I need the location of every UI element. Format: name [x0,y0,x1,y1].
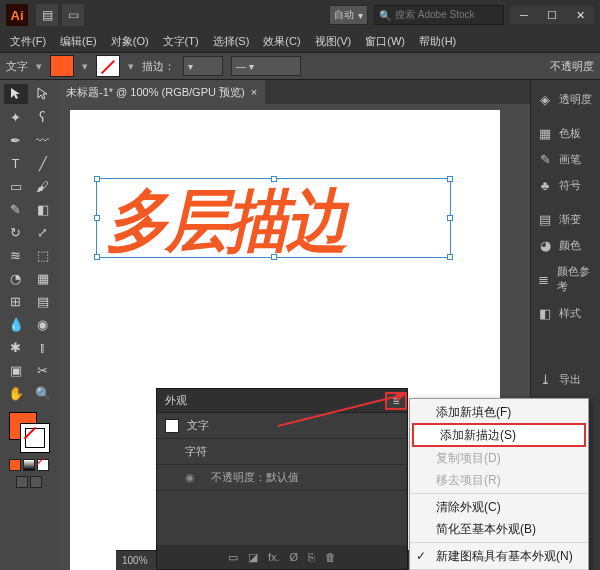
opacity-label: 不透明度 [550,59,594,74]
close-button[interactable]: ✕ [566,6,594,24]
stroke-profile[interactable]: — ▾ [231,56,301,76]
color-mode-swatches[interactable] [9,459,49,471]
panel-styles[interactable]: ◧样式 [531,300,600,326]
add-fill-icon[interactable]: ◪ [248,551,258,564]
hand-tool[interactable]: ✋ [4,383,28,403]
lasso-tool[interactable]: ʕ [31,107,55,127]
zoom-level[interactable]: 100% [122,555,148,566]
add-effect-icon[interactable]: fx. [268,551,280,563]
panel-transparency[interactable]: ◈透明度 [531,86,600,112]
stroke-weight[interactable]: ▾ [183,56,223,76]
fill-swatch[interactable] [50,55,74,77]
symbol-sprayer-tool[interactable]: ✱ [4,337,28,357]
rotate-tool[interactable]: ↻ [4,222,28,242]
screen-mode[interactable] [16,476,42,488]
menu-effect[interactable]: 效果(C) [257,31,306,52]
rectangle-tool[interactable]: ▭ [4,176,28,196]
color-icon: ◕ [537,237,553,253]
eyedropper-tool[interactable]: 💧 [4,314,28,334]
menu-add-stroke[interactable]: 添加新描边(S) [412,423,586,447]
eraser-tool[interactable]: ◧ [31,199,55,219]
minimize-button[interactable]: ─ [510,6,538,24]
menu-clear-appearance[interactable]: 清除外观(C) [410,496,588,518]
menu-text[interactable]: 文字(T) [157,31,205,52]
stroke-color[interactable] [21,424,49,452]
menubar: 文件(F) 编辑(E) 对象(O) 文字(T) 选择(S) 效果(C) 视图(V… [0,30,600,52]
arrange-icon[interactable]: ▭ [62,4,84,26]
workspace-dropdown[interactable]: 自动 ▾ [329,5,368,25]
magic-wand-tool[interactable]: ✦ [4,107,28,127]
symbols-icon: ♣ [537,177,553,193]
panel-swatches[interactable]: ▦色板 [531,120,600,146]
menu-window[interactable]: 窗口(W) [359,31,411,52]
main-area: ✦ ʕ ✒ 〰 T ╱ ▭ 🖌 ✎ ◧ ↻ ⤢ ≋ ⬚ ◔ ▦ ⊞ ▤ 💧 ◉ … [0,80,600,570]
pencil-tool[interactable]: ✎ [4,199,28,219]
color-guide-icon: ≣ [537,271,551,287]
gradient-tool[interactable]: ▤ [31,291,55,311]
chevron-down-icon: ▾ [358,10,363,21]
menu-view[interactable]: 视图(V) [309,31,358,52]
zoom-tool[interactable]: 🔍 [31,383,55,403]
mesh-tool[interactable]: ⊞ [4,291,28,311]
menu-object[interactable]: 对象(O) [105,31,155,52]
artboard-tool[interactable]: ▣ [4,360,28,380]
chevron-down-icon[interactable]: ▾ [36,60,42,73]
panel-symbols[interactable]: ♣符号 [531,172,600,198]
document-tab[interactable]: 未标题-1* @ 100% (RGB/GPU 预览)× [58,80,265,104]
width-tool[interactable]: ≋ [4,245,28,265]
scale-tool[interactable]: ⤢ [31,222,55,242]
pen-tool[interactable]: ✒ [4,130,28,150]
menu-duplicate-item: 复制项目(D) [410,447,588,469]
stock-search[interactable]: 🔍 搜索 Adobe Stock [374,5,504,25]
shape-builder-tool[interactable]: ◔ [4,268,28,288]
slice-tool[interactable]: ✂ [31,360,55,380]
blend-tool[interactable]: ◉ [31,314,55,334]
menu-remove-item: 移去项目(R) [410,469,588,491]
menu-select[interactable]: 选择(S) [207,31,256,52]
delete-icon[interactable]: 🗑 [325,551,336,563]
direct-selection-tool[interactable] [31,84,55,104]
canvas[interactable]: 未标题-1* @ 100% (RGB/GPU 预览)× 多层描边 外观 « ≡ [58,80,530,570]
stroke-label: 描边： [142,59,175,74]
visibility-icon[interactable]: ◉ [185,471,195,484]
panel-color-guide[interactable]: ≣颜色参考 [531,266,600,292]
appearance-row-char[interactable]: 字符 [157,439,407,465]
styles-icon: ◧ [537,305,553,321]
curvature-tool[interactable]: 〰 [31,130,55,150]
chevron-down-icon[interactable]: ▾ [82,60,88,73]
clear-icon[interactable]: Ø [290,551,299,563]
duplicate-icon[interactable]: ⎘ [308,551,315,563]
maximize-button[interactable]: ☐ [538,6,566,24]
menu-file[interactable]: 文件(F) [4,31,52,52]
close-tab-icon[interactable]: × [251,86,257,98]
appearance-panel: 外观 « ≡ 文字 字符 ◉ 不透明度：默认值 ▭ [156,388,408,570]
menu-new-basic[interactable]: 新建图稿具有基本外观(N) [410,545,588,567]
tool-label: 文字 [6,59,28,74]
add-stroke-icon[interactable]: ▭ [228,551,238,564]
paintbrush-tool[interactable]: 🖌 [31,176,55,196]
bridge-icon[interactable]: ▤ [36,4,58,26]
menu-help[interactable]: 帮助(H) [413,31,462,52]
panel-brushes[interactable]: ✎画笔 [531,146,600,172]
titlebar: Ai ▤ ▭ 自动 ▾ 🔍 搜索 Adobe Stock ─ ☐ ✕ [0,0,600,30]
panel-color[interactable]: ◕颜色 [531,232,600,258]
panel-export[interactable]: ⤓导出 [531,366,600,392]
appearance-row-opacity[interactable]: ◉ 不透明度：默认值 [157,465,407,491]
graph-tool[interactable]: ⫿ [31,337,55,357]
panel-gradient[interactable]: ▤渐变 [531,206,600,232]
transparency-icon: ◈ [537,91,553,107]
selection-tool[interactable] [4,84,28,104]
menu-add-fill[interactable]: 添加新填色(F) [410,401,588,423]
line-tool[interactable]: ╱ [31,153,55,173]
stroke-swatch[interactable] [96,55,120,77]
chevron-down-icon[interactable]: ▾ [128,60,134,73]
free-transform-tool[interactable]: ⬚ [31,245,55,265]
export-icon: ⤓ [537,371,553,387]
appearance-flyout-menu: 添加新填色(F) 添加新描边(S) 复制项目(D) 移去项目(R) 清除外观(C… [409,398,589,570]
menu-edit[interactable]: 编辑(E) [54,31,103,52]
color-picker[interactable] [9,412,49,452]
app-logo: Ai [6,4,28,26]
menu-simplify[interactable]: 简化至基本外观(B) [410,518,588,540]
perspective-tool[interactable]: ▦ [31,268,55,288]
type-tool[interactable]: T [4,153,28,173]
